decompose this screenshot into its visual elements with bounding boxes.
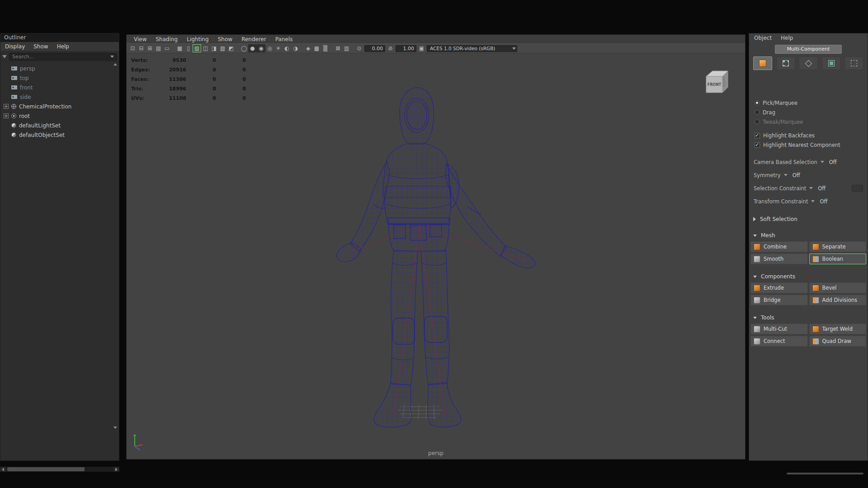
constraint-value-field[interactable] xyxy=(852,185,863,192)
scroll-down-icon[interactable] xyxy=(113,427,117,429)
tweak-marquee-radio[interactable]: Tweak/Marquee xyxy=(749,117,868,127)
exposure-icon[interactable] xyxy=(355,44,363,52)
outliner-horizontal-scrollbar[interactable] xyxy=(0,466,119,472)
multi-component-button[interactable]: Multi-Component xyxy=(775,45,842,54)
fog-icon[interactable] xyxy=(321,44,330,52)
toolkit-horizontal-scrollbar[interactable] xyxy=(787,473,863,474)
mesh-section-header[interactable]: Mesh xyxy=(749,230,868,240)
boolean-button[interactable]: Boolean xyxy=(809,253,867,264)
image-plane-icon[interactable] xyxy=(163,44,171,52)
scrollbar-track[interactable] xyxy=(6,467,113,472)
menu-display[interactable]: Display xyxy=(5,43,25,50)
scroll-right-button[interactable] xyxy=(113,467,119,472)
wireframe-on-shaded-icon[interactable] xyxy=(193,44,201,52)
search-input[interactable]: Search... xyxy=(9,53,117,61)
expand-icon[interactable] xyxy=(4,113,9,118)
xray-icon[interactable] xyxy=(342,44,351,52)
menu-view[interactable]: View xyxy=(129,36,151,42)
shadows-icon[interactable] xyxy=(283,44,291,52)
menu-panels[interactable]: Panels xyxy=(271,36,297,42)
default-material-icon[interactable] xyxy=(265,44,274,52)
resolution-gate-icon[interactable] xyxy=(201,44,210,52)
isolate-select-icon[interactable] xyxy=(334,44,342,52)
soft-selection-header[interactable]: Soft Selection xyxy=(749,214,868,224)
expand-icon[interactable] xyxy=(4,104,9,109)
outliner-item-side[interactable]: side xyxy=(0,92,119,102)
components-section-header[interactable]: Components xyxy=(749,272,868,282)
bevel-button[interactable]: Bevel xyxy=(809,282,867,293)
tools-section-header[interactable]: Tools xyxy=(749,313,868,323)
grid-icon[interactable] xyxy=(175,44,184,52)
target-weld-button[interactable]: Target Weld xyxy=(809,324,867,334)
vertex-mode-button[interactable] xyxy=(776,56,795,70)
connect-button[interactable]: Connect xyxy=(750,336,808,347)
button-label: Add Divisions xyxy=(822,297,857,303)
safe-title-icon[interactable] xyxy=(227,44,236,52)
outliner-item-defaultobjectset[interactable]: defaultObjectSet xyxy=(0,130,119,140)
filter-icon[interactable] xyxy=(2,55,7,58)
separate-button[interactable]: Separate xyxy=(809,241,867,252)
drag-radio[interactable]: Drag xyxy=(749,108,868,117)
outliner-item-front[interactable]: front xyxy=(0,83,119,92)
face-mode-button[interactable] xyxy=(822,56,841,70)
bridge-button[interactable]: Bridge xyxy=(750,295,808,305)
object-mode-button[interactable] xyxy=(753,56,772,70)
outliner-item-chemicalprotection[interactable]: ChemicalProtection xyxy=(0,102,119,111)
chevron-down-icon[interactable] xyxy=(110,56,114,58)
transform-constraint-dropdown[interactable]: Transform Constraint Off xyxy=(749,195,868,208)
camera-based-selection-dropdown[interactable]: Camera Based Selection Off xyxy=(749,155,868,169)
menu-show[interactable]: Show xyxy=(213,36,237,42)
menu-help[interactable]: Help xyxy=(781,35,793,41)
selection-constraint-dropdown[interactable]: Selection Constraint Off xyxy=(749,182,868,195)
exposure-field[interactable]: 0.00 xyxy=(364,45,385,52)
bookmarks-icon[interactable] xyxy=(154,44,163,52)
textured-display-icon[interactable] xyxy=(257,44,265,52)
menu-lighting[interactable]: Lighting xyxy=(182,36,213,42)
motion-blur-icon[interactable] xyxy=(304,44,312,52)
outliner-item-top[interactable]: top xyxy=(0,73,119,83)
ambient-occlusion-icon[interactable] xyxy=(291,44,300,52)
highlight-nearest-component-checkbox[interactable]: Highlight Nearest Component xyxy=(749,140,868,150)
scroll-left-button[interactable] xyxy=(0,467,6,472)
multi-cut-button[interactable]: Multi-Cut xyxy=(750,324,808,334)
scrollbar-thumb[interactable] xyxy=(7,467,85,471)
outliner-item-persp[interactable]: persp xyxy=(0,64,119,73)
combine-button[interactable]: Combine xyxy=(750,241,808,252)
view-transform-select[interactable]: ACES 1.0 SDR-video (sRGB) xyxy=(427,45,517,52)
camera-select-icon[interactable] xyxy=(128,44,137,52)
scroll-up-icon[interactable] xyxy=(113,63,117,66)
view-cube[interactable]: FRONT RIGHT xyxy=(702,68,731,97)
shaded-display-icon[interactable] xyxy=(248,44,257,52)
menu-shading[interactable]: Shading xyxy=(151,36,182,42)
view-cube-front-label: FRONT xyxy=(708,83,722,87)
gate-mask-icon[interactable] xyxy=(210,44,218,52)
symmetry-dropdown[interactable]: Symmetry Off xyxy=(749,169,868,182)
field-chart-icon[interactable] xyxy=(218,44,227,52)
outliner-item-root[interactable]: root xyxy=(0,111,119,121)
menu-object[interactable]: Object xyxy=(754,35,772,41)
lighting-icon[interactable] xyxy=(274,44,283,52)
film-gate-icon[interactable] xyxy=(184,44,193,52)
view-transform-icon[interactable] xyxy=(417,44,426,52)
multi-mode-button[interactable] xyxy=(844,56,863,70)
camera-lock-icon[interactable] xyxy=(137,44,146,52)
extrude-button[interactable]: Extrude xyxy=(750,282,808,293)
menu-renderer[interactable]: Renderer xyxy=(237,36,271,42)
outliner-menubar: Display Show Help xyxy=(0,42,119,52)
smooth-button[interactable]: Smooth xyxy=(750,253,808,264)
menu-show[interactable]: Show xyxy=(33,43,48,50)
target-weld-icon xyxy=(812,326,819,333)
menu-help[interactable]: Help xyxy=(57,43,69,50)
edge-mode-button[interactable] xyxy=(799,56,818,70)
pick-marquee-radio[interactable]: Pick/Marquee xyxy=(749,98,868,108)
highlight-backfaces-checkbox[interactable]: Highlight Backfaces xyxy=(749,131,868,140)
viewport-canvas[interactable]: Verts:953000 Edges:2091600 Faces:1138600… xyxy=(127,53,745,459)
gamma-icon[interactable] xyxy=(386,44,395,52)
quad-draw-button[interactable]: Quad Draw xyxy=(809,336,867,347)
outliner-item-defaultlightset[interactable]: defaultLightSet xyxy=(0,121,119,130)
gamma-field[interactable]: 1.00 xyxy=(396,45,416,52)
camera-attributes-icon[interactable] xyxy=(146,44,154,52)
add-divisions-button[interactable]: Add Divisions xyxy=(809,295,867,305)
multisample-icon[interactable] xyxy=(312,44,321,52)
wireframe-display-icon[interactable] xyxy=(240,44,248,52)
